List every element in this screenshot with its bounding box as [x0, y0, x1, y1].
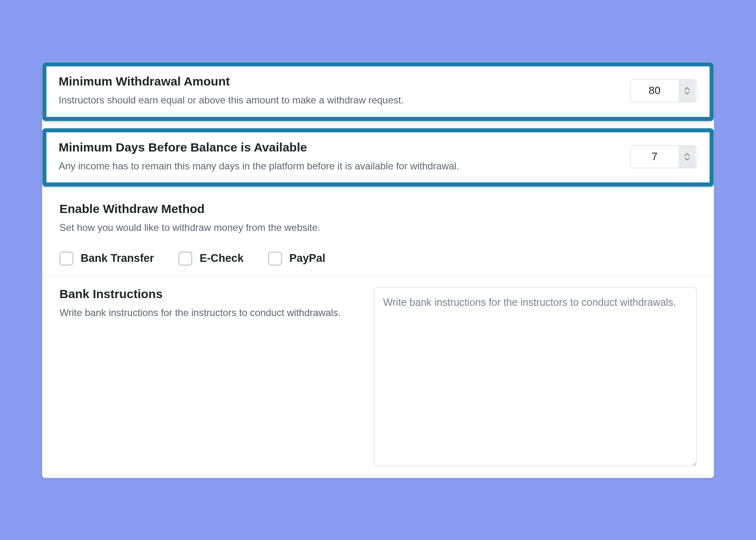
min-withdrawal-row: Minimum Withdrawal Amount Instructors sh… — [42, 62, 714, 121]
bank-instructions-text: Bank Instructions Write bank instruction… — [59, 287, 358, 468]
min-days-stepper[interactable] — [630, 145, 697, 168]
method-paypal[interactable]: PayPal — [268, 252, 325, 266]
min-days-input[interactable] — [631, 146, 679, 168]
enable-method-desc: Set how you would like to withdraw money… — [59, 221, 697, 235]
chevron-up-icon — [684, 87, 690, 90]
min-days-title: Minimum Days Before Balance is Available — [59, 140, 620, 154]
method-paypal-label: PayPal — [289, 252, 325, 265]
min-withdrawal-text: Minimum Withdrawal Amount Instructors sh… — [59, 75, 630, 107]
min-days-row: Minimum Days Before Balance is Available… — [42, 128, 714, 187]
enable-method-section: Enable Withdraw Method Set how you would… — [42, 194, 714, 240]
method-bank-transfer[interactable]: Bank Transfer — [59, 252, 154, 266]
bank-instructions-title: Bank Instructions — [59, 287, 358, 301]
chevron-down-icon — [684, 91, 690, 94]
checkbox-echeck[interactable] — [178, 252, 192, 266]
bank-instructions-input-wrap — [374, 287, 697, 468]
min-days-text: Minimum Days Before Balance is Available… — [59, 140, 630, 173]
min-withdrawal-stepper[interactable] — [630, 79, 697, 102]
method-echeck[interactable]: E-Check — [178, 252, 244, 266]
enable-method-title: Enable Withdraw Method — [59, 202, 697, 216]
bank-instructions-textarea[interactable] — [374, 287, 697, 466]
min-withdrawal-title: Minimum Withdrawal Amount — [59, 75, 620, 88]
checkbox-bank-transfer[interactable] — [59, 252, 73, 266]
min-days-desc: Any income has to remain this many days … — [59, 159, 620, 173]
chevron-down-icon — [684, 157, 690, 160]
method-bank-transfer-label: Bank Transfer — [81, 252, 154, 265]
method-echeck-label: E-Check — [200, 252, 244, 265]
min-withdrawal-desc: Instructors should earn equal or above t… — [59, 93, 620, 107]
bank-instructions-desc: Write bank instructions for the instruct… — [59, 306, 358, 320]
stepper-buttons-icon[interactable] — [679, 80, 696, 102]
min-withdrawal-input[interactable] — [631, 80, 679, 102]
bank-instructions-row: Bank Instructions Write bank instruction… — [42, 276, 714, 468]
settings-card: Minimum Withdrawal Amount Instructors sh… — [42, 62, 714, 478]
checkbox-paypal[interactable] — [268, 252, 282, 266]
stepper-buttons-icon[interactable] — [679, 146, 696, 168]
chevron-up-icon — [684, 153, 690, 156]
methods-row: Bank Transfer E-Check PayPal — [42, 240, 714, 276]
